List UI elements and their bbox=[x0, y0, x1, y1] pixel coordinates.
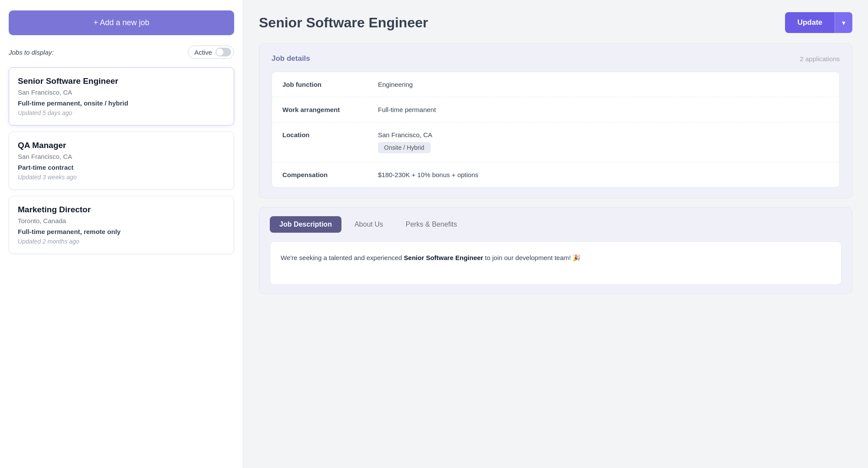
detail-label-job-function: Job function bbox=[282, 81, 378, 88]
job-card-location-2: Toronto, Canada bbox=[18, 217, 225, 224]
job-details-header: Job details 2 applications bbox=[272, 54, 840, 63]
location-badge: Onsite / Hybrid bbox=[378, 142, 431, 153]
detail-label-compensation: Compensation bbox=[282, 171, 378, 178]
detail-value-location: San Francisco, CA bbox=[378, 131, 432, 138]
toggle-label: Active bbox=[194, 49, 212, 56]
detail-row-compensation: Compensation $180-230K + 10% bonus + opt… bbox=[272, 162, 839, 187]
jobs-display-label: Jobs to display: bbox=[9, 49, 53, 56]
job-card-1[interactable]: QA Manager San Francisco, CA Part-time c… bbox=[9, 132, 234, 190]
detail-row-job-function: Job function Engineering bbox=[272, 72, 839, 97]
page-title: Senior Software Engineer bbox=[259, 15, 428, 31]
tabs-card: Job Description About Us Perks & Benefit… bbox=[259, 207, 852, 294]
detail-value-work-arrangement: Full-time permanent bbox=[378, 106, 436, 113]
job-details-card: Job details 2 applications Job function … bbox=[259, 43, 852, 198]
job-card-location-1: San Francisco, CA bbox=[18, 153, 225, 160]
job-card-type-1: Part-time contract bbox=[18, 164, 225, 171]
job-card-updated-2: Updated 2 months ago bbox=[18, 238, 225, 245]
job-card-type-0: Full-time permanent, onsite / hybrid bbox=[18, 99, 225, 107]
detail-value-col-work-arrangement: Full-time permanent bbox=[378, 106, 436, 113]
detail-value-job-function: Engineering bbox=[378, 81, 413, 88]
tab-content-text: We're seeking a talented and experienced… bbox=[281, 252, 831, 264]
job-details-title: Job details bbox=[272, 54, 310, 63]
jobs-display-row: Jobs to display: Active bbox=[9, 46, 234, 59]
main-panel: Senior Software Engineer Update ▾ Job de… bbox=[243, 0, 868, 468]
update-chevron-button[interactable]: ▾ bbox=[835, 12, 852, 33]
detail-value-col-job-function: Engineering bbox=[378, 81, 413, 88]
detail-inner-card: Job function Engineering Work arrangemen… bbox=[272, 72, 840, 188]
job-card-updated-0: Updated 5 days ago bbox=[18, 109, 225, 116]
job-card-title-2: Marketing Director bbox=[18, 205, 225, 214]
job-card-type-2: Full-time permanent, remote only bbox=[18, 228, 225, 235]
main-header: Senior Software Engineer Update ▾ bbox=[259, 12, 852, 33]
detail-value-compensation: $180-230K + 10% bonus + options bbox=[378, 171, 478, 178]
detail-row-work-arrangement: Work arrangement Full-time permanent bbox=[272, 97, 839, 122]
update-button[interactable]: Update bbox=[785, 12, 835, 33]
tab-about-us[interactable]: About Us bbox=[345, 216, 393, 233]
tab-content-area: We're seeking a talented and experienced… bbox=[270, 241, 841, 285]
detail-label-location: Location bbox=[282, 131, 378, 138]
applications-count: 2 applications bbox=[800, 55, 840, 63]
job-card-updated-1: Updated 3 weeks ago bbox=[18, 174, 225, 181]
tab-perks-benefits[interactable]: Perks & Benefits bbox=[396, 216, 467, 233]
detail-value-col-location: San Francisco, CA Onsite / Hybrid bbox=[378, 131, 432, 153]
add-job-button[interactable]: + Add a new job bbox=[9, 10, 234, 35]
tabs-row: Job Description About Us Perks & Benefit… bbox=[270, 216, 841, 233]
detail-value-col-compensation: $180-230K + 10% bonus + options bbox=[378, 171, 478, 178]
update-button-group: Update ▾ bbox=[785, 12, 852, 33]
job-card-2[interactable]: Marketing Director Toronto, Canada Full-… bbox=[9, 196, 234, 254]
detail-label-work-arrangement: Work arrangement bbox=[282, 106, 378, 113]
job-card-title-1: QA Manager bbox=[18, 141, 225, 150]
sidebar: + Add a new job Jobs to display: Active … bbox=[0, 0, 243, 468]
job-card-title-0: Senior Software Engineer bbox=[18, 76, 225, 86]
tab-job-description[interactable]: Job Description bbox=[270, 216, 341, 233]
job-card-0[interactable]: Senior Software Engineer San Francisco, … bbox=[9, 67, 234, 125]
chevron-down-icon: ▾ bbox=[842, 19, 845, 27]
active-toggle[interactable]: Active bbox=[188, 46, 234, 59]
detail-row-location: Location San Francisco, CA Onsite / Hybr… bbox=[272, 122, 839, 162]
job-card-location-0: San Francisco, CA bbox=[18, 89, 225, 96]
toggle-pill bbox=[215, 48, 231, 56]
